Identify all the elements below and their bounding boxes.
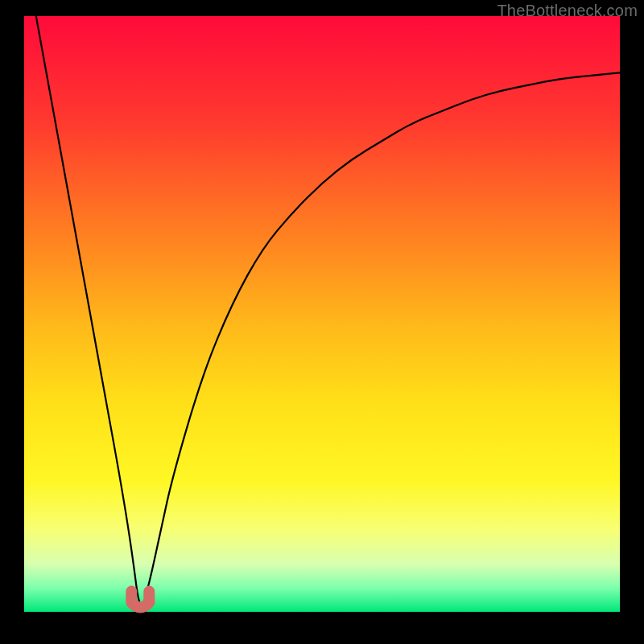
watermark-text: TheBottleneck.com xyxy=(497,2,638,20)
bottleneck-curve-svg xyxy=(24,16,620,612)
optimal-point-marker xyxy=(131,592,149,608)
bottleneck-curve-path xyxy=(36,16,620,606)
chart-plot-area xyxy=(24,16,620,612)
